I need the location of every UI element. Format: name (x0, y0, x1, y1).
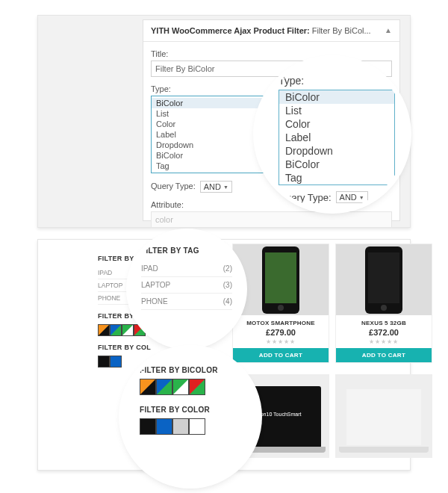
widget-header[interactable]: YITH WooCommerce Ajax Product Filter: Fi… (143, 20, 399, 42)
bicolor-swatch[interactable] (110, 324, 122, 336)
product-image (233, 244, 329, 315)
color-swatch[interactable] (172, 418, 189, 435)
zoom-type-option[interactable]: Dropdown (279, 144, 394, 158)
product-image (336, 244, 432, 315)
widget-title-suffix: Filter By BiCol... (312, 26, 371, 35)
product-name: NEXUS 5 32GB (336, 320, 432, 326)
zoom-type-option[interactable]: Tag (279, 171, 394, 185)
zoom-query-select[interactable]: AND (336, 191, 368, 203)
filter-color-heading: FILTER BY COL (98, 344, 180, 351)
zoom-type-list: Type: BiColor List Color Label Dropdown … (258, 60, 407, 209)
zoom-tag-item[interactable]: LAPTOP(3) (141, 277, 232, 294)
bicolor-swatch[interactable] (172, 379, 189, 395)
title-label: Title: (151, 49, 392, 58)
collapse-caret-icon[interactable]: ▲ (385, 26, 392, 34)
add-to-cart-button[interactable]: ADD TO CART (336, 348, 432, 362)
query-type-label: Query Type: (151, 182, 196, 190)
product-grid: MOTOX SMARTPHONE £279.00 ★★★★★ ADD TO CA… (232, 244, 448, 363)
zoom-bicolor-heading: FILTER BY BICOLOR (140, 366, 247, 374)
product-card[interactable]: MOTOX SMARTPHONE £279.00 ★★★★★ ADD TO CA… (232, 244, 329, 363)
add-to-cart-button[interactable]: ADD TO CART (233, 348, 329, 362)
star-rating-icon: ★★★★★ (233, 338, 329, 345)
product-grid: ♡ SALE hp Pavilion10 TouchSmart ♡ (232, 374, 448, 458)
widget-title-bold: YITH WooCommerce Ajax Product Filter: (151, 26, 310, 35)
color-swatch[interactable] (98, 356, 110, 368)
bicolor-swatch[interactable] (98, 324, 110, 336)
bicolor-swatch[interactable] (156, 379, 172, 395)
zoom-type-option[interactable]: Color (279, 117, 394, 131)
zoom-type-option[interactable]: List (279, 104, 394, 117)
star-rating-icon: ★★★★★ (336, 338, 432, 345)
attribute-input[interactable] (151, 211, 392, 228)
zoom-type-option[interactable]: BiColor (279, 158, 394, 171)
zoom-filter-swatches: FILTER BY BICOLOR FILTER BY COLOR (123, 350, 258, 484)
product-card[interactable]: ♡ (335, 374, 432, 458)
product-price: £372.00 (336, 328, 432, 337)
color-swatch[interactable] (110, 356, 122, 368)
color-swatch[interactable] (156, 418, 172, 435)
zoom-color-heading: FILTER BY COLOR (140, 406, 247, 414)
product-price: £279.00 (233, 328, 329, 337)
bicolor-swatch[interactable] (122, 324, 134, 336)
bicolor-swatch[interactable] (140, 379, 156, 395)
zoom-type-label: Type: (279, 75, 395, 87)
product-card[interactable]: NEXUS 5 32GB £372.00 ★★★★★ ADD TO CART (335, 244, 432, 363)
product-name: MOTOX SMARTPHONE (233, 320, 329, 326)
zoom-filter-tag: FILTER BY TAG IPAD(2) LAPTOP(3) PHONE(4) (131, 233, 243, 345)
zoom-type-listbox[interactable]: BiColor List Color Label Dropdown BiColo… (279, 90, 395, 185)
query-type-select[interactable]: AND (200, 181, 232, 193)
zoom-tag-heading: FILTER BY TAG (141, 246, 232, 255)
zoom-type-option[interactable]: BiColor (279, 90, 394, 104)
bicolor-swatch[interactable] (189, 379, 205, 395)
zoom-color-swatches (140, 418, 247, 435)
color-swatch[interactable] (140, 418, 156, 435)
zoom-tag-item[interactable]: PHONE(4) (141, 294, 232, 310)
color-swatch[interactable] (189, 418, 205, 435)
zoom-tag-item[interactable]: IPAD(2) (141, 261, 232, 277)
zoom-type-option[interactable]: Label (279, 131, 394, 144)
product-image (336, 375, 432, 457)
zoom-bicolor-swatches (140, 379, 247, 395)
